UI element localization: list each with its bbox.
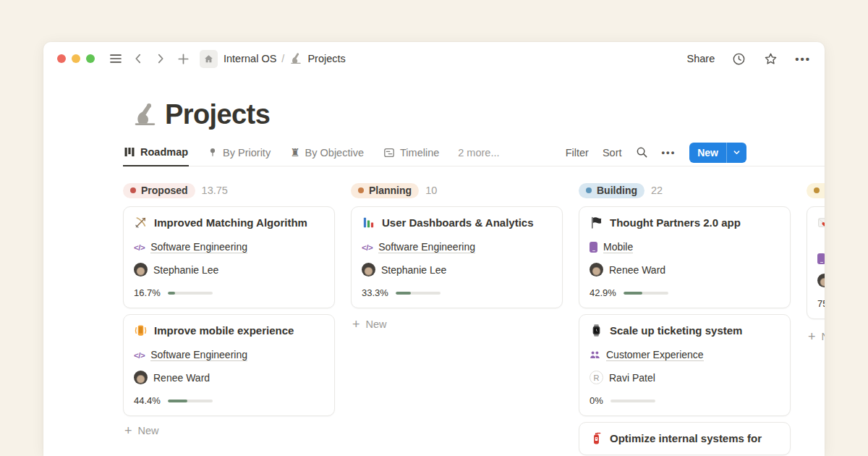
project-card[interactable]: Improve mobile experience </> Software E…	[123, 314, 335, 416]
view-actions: Filter Sort ••• New	[566, 143, 746, 163]
page-title: Projects	[165, 99, 270, 130]
page-header: Projects	[132, 99, 825, 130]
traffic-lights	[57, 54, 95, 63]
progress-label: 44.4%	[134, 395, 161, 406]
forward-icon[interactable]	[151, 49, 170, 68]
tab-by-priority[interactable]: By Priority	[207, 139, 271, 166]
new-tab-plus-icon[interactable]	[174, 49, 192, 68]
breadcrumb-root[interactable]: Internal OS	[224, 53, 276, 64]
column-proposed: Proposed 13.75 Improved Matching Algorit…	[123, 182, 335, 439]
team-tag[interactable]: Customer Experience	[606, 349, 704, 361]
progress-bar	[610, 400, 655, 402]
progress-bar	[624, 292, 668, 295]
column-planning: Planning 10 User Dashboards & Analytics …	[351, 182, 563, 333]
chevron-down-icon	[727, 143, 746, 163]
status-badge[interactable]	[807, 183, 825, 198]
column-count: 13.75	[202, 185, 228, 196]
microscope-icon	[289, 52, 302, 65]
add-card-button[interactable]: + New	[351, 316, 563, 333]
minimize-window-icon[interactable]	[72, 54, 80, 63]
avatar	[362, 263, 375, 276]
column-partial: 75 + New	[807, 182, 825, 345]
avatar: R	[590, 371, 603, 384]
view-bar: Roadmap By Priority ♜ By Objective Timel…	[123, 139, 825, 166]
more-views[interactable]: 2 more...	[458, 147, 499, 159]
more-icon[interactable]: •••	[795, 53, 811, 65]
progress-bar	[168, 292, 213, 295]
avatar	[817, 274, 825, 287]
card-title: Improved Matching Algorithm	[154, 216, 307, 229]
back-icon[interactable]	[129, 49, 148, 68]
card-title: Improve mobile experience	[154, 324, 294, 337]
view-more-icon[interactable]: •••	[662, 147, 676, 158]
project-card[interactable]: Scale up ticketing system Customer Exper…	[579, 314, 791, 416]
person-name: Stephanie Lee	[153, 264, 218, 276]
project-card[interactable]: User Dashboards & Analytics </> Software…	[351, 206, 563, 308]
people-icon	[590, 350, 600, 360]
phone-icon	[817, 253, 825, 264]
status-dot-icon	[586, 187, 592, 193]
bar-chart-icon	[362, 216, 375, 229]
status-badge[interactable]: Planning	[351, 183, 419, 198]
kanban-board: Proposed 13.75 Improved Matching Algorit…	[123, 182, 825, 456]
toolbar: Internal OS / Projects Share •••	[43, 42, 825, 75]
code-icon: </>	[362, 243, 373, 252]
team-tag[interactable]: Software Engineering	[378, 241, 475, 253]
progress-label: 0%	[590, 395, 603, 406]
clock-icon[interactable]	[731, 51, 746, 67]
team-tag[interactable]: Mobile	[603, 241, 633, 253]
add-card-button[interactable]: + New	[123, 422, 335, 439]
close-window-icon[interactable]	[57, 54, 66, 63]
progress-bar	[168, 400, 213, 402]
share-button[interactable]: Share	[687, 53, 715, 64]
black-flag-icon	[590, 216, 603, 229]
pin-icon	[208, 147, 218, 158]
breadcrumb-separator: /	[281, 53, 284, 64]
filter-button[interactable]: Filter	[566, 147, 589, 159]
status-dot-icon	[130, 187, 136, 193]
code-icon: </>	[134, 243, 145, 252]
progress-bar	[396, 292, 441, 295]
zoom-window-icon[interactable]	[86, 54, 95, 63]
love-letter-icon	[817, 216, 825, 229]
status-badge[interactable]: Proposed	[123, 183, 195, 198]
watch-icon	[590, 324, 603, 337]
plus-icon: +	[808, 330, 816, 343]
toolbar-actions: Share •••	[687, 51, 811, 67]
tab-timeline[interactable]: Timeline	[383, 139, 440, 166]
rook-icon: ♜	[290, 147, 299, 158]
star-icon[interactable]	[763, 51, 778, 67]
card-title: Scale up ticketing system	[610, 324, 742, 337]
breadcrumb-current[interactable]: Projects	[307, 53, 345, 64]
column-building: Building 22 Thought Partners 2.0 app Mob…	[579, 182, 791, 456]
status-dot-icon	[358, 187, 364, 193]
menu-icon[interactable]	[106, 49, 125, 68]
phone-icon	[590, 242, 597, 253]
board-icon	[124, 146, 135, 158]
home-icon[interactable]	[200, 50, 218, 68]
status-badge[interactable]: Building	[579, 183, 644, 198]
team-tag[interactable]: Software Engineering	[150, 349, 247, 361]
avatar	[134, 371, 148, 384]
project-card[interactable]: Optimize internal systems for	[579, 422, 791, 455]
microscope-icon[interactable]	[132, 101, 158, 128]
person-name: Renee Ward	[153, 372, 210, 384]
avatar	[590, 263, 603, 276]
progress-label: 33.3%	[362, 287, 388, 298]
project-card[interactable]: Improved Matching Algorithm </> Software…	[123, 206, 335, 308]
project-card[interactable]: 75	[807, 206, 825, 319]
person-name: Renee Ward	[609, 264, 665, 276]
new-button[interactable]: New	[689, 143, 746, 163]
fire-extinguisher-icon	[590, 431, 603, 445]
team-tag[interactable]: Software Engineering	[150, 241, 247, 253]
project-card[interactable]: Thought Partners 2.0 app Mobile Renee Wa…	[579, 206, 791, 308]
tab-roadmap[interactable]: Roadmap	[123, 140, 189, 166]
search-icon[interactable]	[636, 146, 648, 159]
person-name: Ravi Patel	[609, 372, 655, 384]
tab-by-objective[interactable]: ♜ By Objective	[289, 139, 365, 166]
add-card-button[interactable]: + New	[807, 328, 825, 345]
sort-button[interactable]: Sort	[603, 147, 622, 159]
timeline-icon	[383, 147, 395, 159]
card-title: Thought Partners 2.0 app	[610, 216, 741, 229]
avatar	[134, 263, 148, 276]
